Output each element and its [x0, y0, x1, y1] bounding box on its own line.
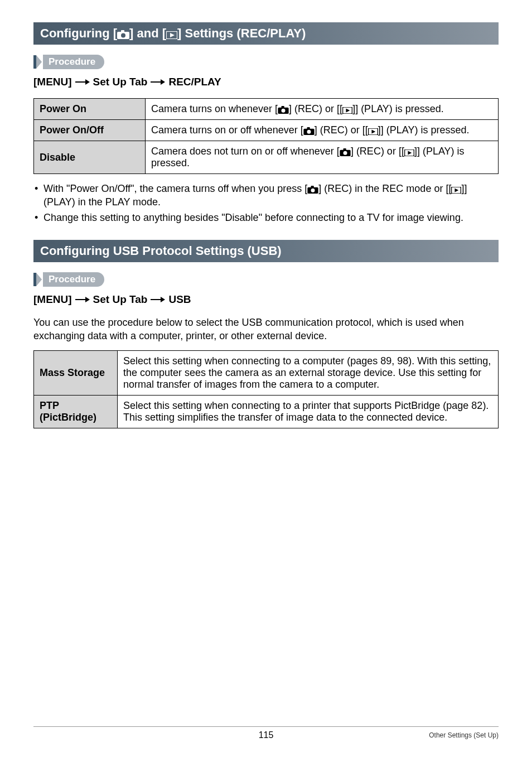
section-title-text: ] Settings (REC/PLAY)	[177, 26, 306, 40]
section-title-text: ] and [	[129, 26, 166, 40]
menu-path-part: USB	[168, 293, 191, 306]
svg-marker-18	[371, 130, 375, 134]
procedure-arrow-shape	[36, 273, 42, 286]
svg-marker-28	[455, 189, 459, 192]
rec-play-table: Power On Camera turns on whenever [] (RE…	[33, 98, 499, 174]
row-label: Power On	[34, 99, 146, 120]
svg-marker-30	[85, 297, 90, 302]
list-item: With "Power On/Off", the camera turns of…	[43, 182, 499, 209]
list-item: Change this setting to anything besides …	[43, 211, 499, 224]
procedure-label: Procedure	[43, 272, 104, 287]
procedure-label: Procedure	[43, 55, 104, 69]
svg-marker-8	[161, 79, 165, 85]
arrow-right-icon	[75, 79, 90, 85]
svg-point-21	[343, 151, 347, 155]
play-icon	[451, 187, 461, 194]
footer-caption: Other Settings (Set Up)	[429, 731, 499, 739]
row-label: Power On/Off	[34, 120, 146, 141]
table-row: PTP (PictBridge) Select this setting whe…	[34, 396, 499, 428]
menu-path-rec-play: [MENU] Set Up Tab REC/PLAY	[33, 76, 499, 88]
svg-rect-1	[121, 30, 124, 32]
svg-point-2	[121, 33, 125, 38]
table-row: Mass Storage Select this setting when co…	[34, 351, 499, 396]
section-title-text: Configuring USB Protocol Settings (USB)	[40, 244, 282, 258]
svg-rect-20	[343, 148, 346, 151]
table-row: Disable Camera does not turn on or off w…	[34, 141, 499, 174]
svg-marker-23	[408, 151, 412, 155]
svg-marker-6	[85, 79, 90, 85]
svg-point-26	[311, 189, 315, 192]
arrow-right-icon	[75, 296, 90, 303]
menu-path-usb: [MENU] Set Up Tab USB	[33, 293, 499, 306]
svg-point-16	[307, 130, 311, 134]
camera-icon	[340, 148, 351, 156]
menu-path-part: Set Up Tab	[93, 76, 148, 88]
play-icon	[368, 128, 378, 135]
section-header-rec-play: Configuring [] and [] Settings (REC/PLAY…	[33, 22, 499, 45]
svg-point-11	[282, 109, 286, 113]
row-desc: Camera turns on or off whenever [] (REC)…	[146, 120, 499, 141]
section-header-usb: Configuring USB Protocol Settings (USB)	[33, 240, 499, 262]
play-icon	[404, 150, 414, 156]
svg-marker-4	[170, 33, 175, 37]
menu-path-part: Set Up Tab	[93, 293, 148, 306]
menu-path-part: [MENU]	[33, 76, 72, 88]
camera-icon	[278, 106, 289, 114]
procedure-bar: Procedure	[33, 55, 499, 69]
menu-path-part: REC/PLAY	[168, 76, 221, 88]
row-desc: Select this setting when connecting to a…	[118, 396, 499, 428]
bullet-list: With "Power On/Off", the camera turns of…	[33, 182, 499, 224]
table-row: Power On Camera turns on whenever [] (RE…	[34, 99, 499, 120]
svg-marker-13	[346, 109, 350, 113]
play-icon	[342, 107, 352, 114]
svg-rect-25	[311, 186, 314, 188]
row-label: Mass Storage	[34, 351, 118, 396]
arrow-right-icon	[151, 296, 165, 303]
svg-rect-15	[307, 127, 309, 129]
camera-icon	[117, 30, 129, 39]
row-label: PTP (PictBridge)	[34, 396, 118, 428]
arrow-right-icon	[151, 79, 165, 85]
table-row: Power On/Off Camera turns on or off when…	[34, 120, 499, 141]
intro-paragraph: You can use the procedure below to selec…	[33, 316, 499, 343]
section-title-text: Configuring [	[40, 26, 117, 40]
procedure-bar: Procedure	[33, 272, 499, 287]
play-icon	[166, 31, 177, 39]
page-footer: 115 Other Settings (Set Up)	[33, 726, 499, 740]
menu-path-part: [MENU]	[33, 293, 72, 306]
row-desc: Select this setting when connecting to a…	[118, 351, 499, 396]
page-number: 115	[259, 730, 274, 740]
usb-table: Mass Storage Select this setting when co…	[33, 350, 499, 428]
row-desc: Camera turns on whenever [] (REC) or [[]…	[146, 99, 499, 120]
camera-icon	[307, 186, 318, 194]
camera-icon	[303, 127, 315, 135]
svg-rect-10	[282, 106, 284, 108]
row-desc: Camera does not turn on or off whenever …	[146, 141, 499, 174]
procedure-arrow-shape	[36, 55, 42, 69]
svg-marker-32	[161, 297, 165, 302]
row-label: Disable	[34, 141, 146, 174]
